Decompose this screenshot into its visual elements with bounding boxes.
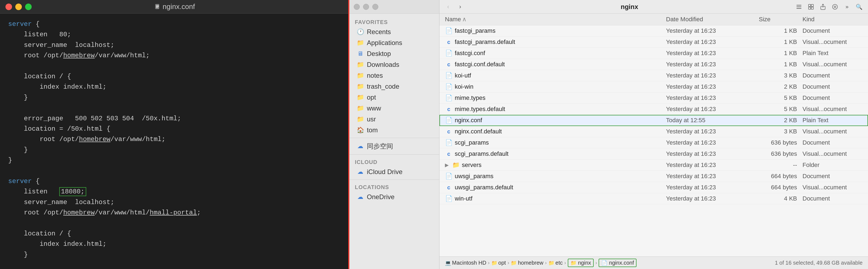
file-name-cell: c uwsgi_params.default (445, 183, 666, 191)
editor-code-content[interactable]: server { listen 80; server_name localhos… (0, 14, 349, 269)
usr-icon: 📁 (356, 115, 364, 123)
header-size[interactable]: Size (759, 16, 803, 23)
file-row[interactable]: 📄 scgi_params Yesterday at 16:23 636 byt… (439, 137, 868, 148)
header-name[interactable]: Name ∧ (445, 16, 666, 23)
file-icon-doc: 📄 (445, 195, 453, 202)
tag-icon (832, 4, 838, 10)
back-button[interactable]: ‹ (444, 2, 453, 11)
breadcrumb-opt[interactable]: 📁 opt (491, 260, 506, 266)
header-date[interactable]: Date Modified (666, 16, 759, 23)
file-name-cell: 📄 scgi_params (445, 139, 666, 146)
maximize-button[interactable] (25, 4, 32, 10)
view-grid-button[interactable] (806, 2, 815, 11)
sidebar-item-desktop[interactable]: 🖥 Desktop (351, 48, 438, 59)
code-line (8, 260, 341, 269)
file-name-cell: 📄 win-utf (445, 195, 666, 202)
search-button[interactable]: 🔍 (854, 2, 864, 11)
sidebar-item-applications[interactable]: 📁 Applications (351, 37, 438, 48)
finder-location: nginx (468, 3, 791, 11)
file-icon-doc: 📄 (445, 83, 453, 91)
finder-sidebar-titlebar (349, 0, 439, 14)
sidebar-item-tom-label: tom (367, 126, 378, 134)
view-list-button[interactable] (794, 2, 804, 11)
breadcrumb-macintosh-hd[interactable]: 💻 Macintosh HD (445, 260, 487, 266)
file-row[interactable]: c nginx.conf.default Yesterday at 16:23 … (439, 126, 868, 137)
sidebar-item-usr[interactable]: 📁 usr (351, 114, 438, 125)
code-line: index index.html; (8, 239, 341, 249)
breadcrumb-nginx-conf[interactable]: 📄 nginx.conf (598, 259, 637, 267)
breadcrumb-sep: › (564, 260, 566, 266)
file-name-cell: 📄 koi-utf (445, 72, 666, 79)
icloud-drive-icon: ☁ (356, 168, 364, 176)
file-row[interactable]: 📄 koi-win Yesterday at 16:23 2 KB Docume… (439, 81, 868, 93)
close-button[interactable] (5, 4, 12, 10)
sidebar-item-downloads[interactable]: 📁 Downloads (351, 59, 438, 70)
file-row[interactable]: 📄 fastcgi_params Yesterday at 16:23 1 KB… (439, 25, 868, 37)
breadcrumb-etc[interactable]: 📁 etc (548, 260, 563, 266)
onedrive-icon: ☁ (356, 193, 364, 201)
code-line: } (8, 145, 341, 155)
forward-button[interactable]: › (456, 2, 465, 11)
finder-sidebar: Favorites 🕐 Recents 📁 Applications 🖥 Des… (349, 0, 439, 269)
sidebar-item-tom[interactable]: 🏠 tom (351, 125, 438, 136)
sidebar-item-notes[interactable]: 📁 notes (351, 70, 438, 81)
file-row-nginx-conf[interactable]: 📄 nginx.conf Today at 12:55 2 KB Plain T… (439, 115, 868, 126)
file-icon-c: c (445, 150, 453, 158)
file-icon-folder: 📁 (452, 161, 460, 169)
code-line: location = /50x.html { (8, 124, 341, 134)
breadcrumb-sep: › (595, 260, 597, 266)
file-row[interactable]: 📄 fastcgi.conf Yesterday at 16:23 1 KB P… (439, 48, 868, 59)
file-icon-c: c (445, 183, 453, 191)
sidebar-item-opt[interactable]: 📁 opt (351, 92, 438, 103)
file-list[interactable]: Name ∧ Date Modified Size Kind 📄 fastcgi… (439, 14, 868, 257)
file-row[interactable]: 📄 koi-utf Yesterday at 16:23 3 KB Docume… (439, 70, 868, 81)
share-button[interactable] (818, 2, 828, 11)
folder-icon-sm: 📁 (548, 260, 554, 266)
toolbar-actions: » 🔍 (794, 2, 864, 11)
breadcrumb-sep: › (507, 260, 509, 266)
svg-point-13 (833, 4, 837, 9)
header-kind[interactable]: Kind (803, 16, 863, 23)
file-row[interactable]: 📄 mime.types Yesterday at 16:23 5 KB Doc… (439, 93, 868, 104)
tag-button[interactable] (830, 2, 840, 11)
file-row[interactable]: c scgi_params.default Yesterday at 16:23… (439, 148, 868, 160)
sidebar-item-usr-label: usr (367, 115, 376, 123)
file-row-servers[interactable]: ▶ 📁 servers Yesterday at 16:23 -- Folder (439, 160, 868, 171)
svg-rect-8 (811, 4, 813, 6)
file-row[interactable]: 📄 uwsgi_params Yesterday at 16:23 664 by… (439, 171, 868, 182)
sidebar-item-www[interactable]: 📁 www (351, 103, 438, 114)
sidebar-item-applications-label: Applications (367, 39, 402, 47)
code-line-listen-highlight: listen 18080; (8, 187, 341, 197)
file-row[interactable]: 📄 win-utf Yesterday at 16:23 4 KB Docume… (439, 193, 868, 204)
sidebar-item-sync[interactable]: ☁ 同步空间 (351, 140, 438, 152)
code-line: root /opt/homebrew/var/www/html; (8, 51, 341, 61)
sidebar-item-recents[interactable]: 🕐 Recents (351, 27, 438, 37)
file-name-cell: ▶ 📁 servers (445, 161, 666, 169)
desktop-icon: 🖥 (356, 50, 364, 58)
more-button[interactable]: » (842, 2, 851, 11)
recents-icon: 🕐 (356, 28, 364, 36)
sidebar-item-onedrive[interactable]: ☁ OneDrive (351, 192, 438, 202)
file-name-cell: 📄 fastcgi.conf (445, 49, 666, 57)
breadcrumb: 💻 Macintosh HD › 📁 opt › 📁 homebrew › 📁 … (445, 259, 775, 267)
sidebar-item-icloud-drive[interactable]: ☁ iCloud Drive (351, 166, 438, 177)
breadcrumb-homebrew[interactable]: 📁 homebrew (511, 260, 543, 266)
sidebar-item-trash-code[interactable]: 📁 trash_code (351, 81, 438, 92)
file-row[interactable]: c uwsgi_params.default Yesterday at 16:2… (439, 182, 868, 193)
sort-arrow: ∧ (462, 16, 466, 23)
sidebar-item-trash-code-label: trash_code (367, 83, 399, 90)
sidebar-tl-3 (372, 4, 378, 10)
minimize-button[interactable] (15, 4, 22, 10)
file-row[interactable]: c fastcgi.conf.default Yesterday at 16:2… (439, 59, 868, 70)
editor-traffic-lights (5, 4, 32, 10)
breadcrumb-nginx[interactable]: 📁 nginx (568, 259, 594, 267)
applications-icon: 📁 (356, 39, 364, 47)
file-row[interactable]: c mime.types.default Yesterday at 16:23 … (439, 104, 868, 115)
file-name-cell: c scgi_params.default (445, 150, 666, 158)
icloud-label: iCloud (349, 157, 439, 166)
sidebar-divider-1 (349, 138, 439, 138)
file-row[interactable]: c fastcgi_params.default Yesterday at 16… (439, 37, 868, 48)
file-name-cell: c mime.types.default (445, 105, 666, 113)
file-icon-doc: 📄 (445, 49, 453, 57)
code-line (8, 166, 341, 176)
